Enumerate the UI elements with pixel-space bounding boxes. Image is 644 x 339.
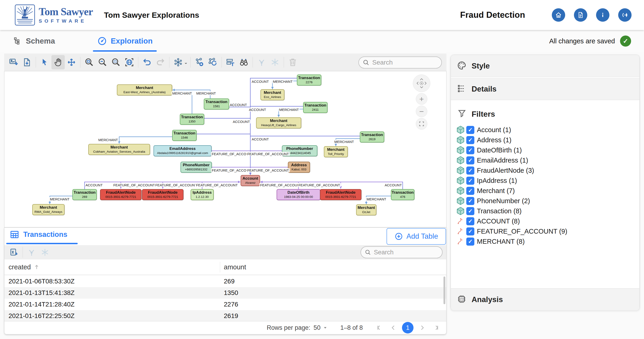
junction-tool-button-disabled[interactable] (255, 55, 268, 69)
move-tool-button[interactable] (65, 55, 78, 69)
select-tool-button[interactable] (38, 55, 52, 69)
table-row[interactable]: 2021-01-06T08:53:30Z269 (4, 276, 446, 287)
table-junction-button-disabled[interactable] (25, 246, 38, 258)
export-file-button[interactable] (20, 55, 34, 69)
filter-row-merchant[interactable]: ✓MERCHANT (8) (451, 236, 640, 246)
filter-checkbox-ipaddress[interactable]: ✓ (466, 177, 474, 185)
label-options-button[interactable] (224, 55, 237, 69)
style-section-header[interactable]: Style (451, 55, 640, 77)
fit-in-window-button[interactable] (122, 55, 136, 69)
filter-checkbox-fraudalertnode[interactable]: ✓ (466, 167, 474, 175)
previous-page-button[interactable] (388, 322, 399, 333)
graph-node-dob[interactable]: DateOfBirth1983-04-25 00:00:00 (276, 189, 320, 200)
tab-schema[interactable]: Schema (7, 30, 61, 52)
graph-node-ip[interactable]: IpAddress1.2.12.30 (190, 189, 214, 200)
graph-node-t1546[interactable]: Transaction1546 (172, 130, 196, 141)
graph-node-address[interactable]: AddressKabul, 003 (288, 162, 310, 173)
current-page-button[interactable]: 1 (402, 322, 414, 333)
filter-checkbox-phonenumber[interactable]: ✓ (466, 197, 474, 205)
graph-node-t2619[interactable]: Transaction2619 (360, 131, 384, 143)
undo-button[interactable] (140, 55, 154, 69)
analysis-section-header[interactable]: 1010 0110 Analysis (451, 288, 640, 310)
layout-button[interactable] (172, 55, 185, 69)
column-header-created[interactable]: created (4, 263, 220, 271)
filter-row-fraudalertnode[interactable]: ✓FraudAlertNode (3) (451, 165, 640, 175)
sign-out-button[interactable] (618, 8, 632, 22)
add-table-button[interactable]: Add Table (386, 228, 446, 245)
graph-node-eco[interactable]: MerchantEco_Airlines (260, 89, 284, 100)
filter-checkbox-merchant[interactable]: ✓ (466, 237, 474, 246)
filter-row-account[interactable]: ✓ACCOUNT (8) (451, 216, 640, 226)
graph-node-fraud2[interactable]: FraudAlertNode0015-3931-6279-7721 (142, 189, 184, 200)
export-image-button[interactable] (7, 55, 20, 69)
filter-checkbox-account[interactable]: ✓ (466, 126, 474, 134)
pan-tool-button[interactable] (52, 55, 65, 69)
graph-node-t269[interactable]: Transaction269 (72, 189, 97, 200)
home-button[interactable] (552, 8, 565, 22)
filter-row-feature_of_account[interactable]: ✓FEATURE_OF_ACCOUNT (9) (451, 226, 640, 236)
graph-node-t2411[interactable]: Transaction2411 (303, 102, 328, 113)
graph-edge[interactable] (119, 137, 172, 143)
report-button[interactable] (574, 8, 587, 22)
graph-node-email[interactable]: EmailAddressAbdala10995116281910@gmail.c… (154, 145, 212, 156)
graph-node-t1581[interactable]: Transaction1581 (204, 99, 229, 110)
find-button[interactable] (237, 55, 250, 69)
tab-transactions[interactable]: Transactions (10, 229, 67, 240)
graph-node-eastwest[interactable]: MerchantEast-West_Airlines_(Australia) (117, 84, 172, 96)
table-search-input[interactable]: Search (360, 246, 442, 258)
delete-button-disabled[interactable] (286, 55, 300, 69)
graph-node-phone669[interactable]: PhoneNumber+669339581332 (180, 162, 212, 173)
table-row[interactable]: 2021-01-13T15:41:38Z1350 (4, 287, 446, 299)
tab-exploration[interactable]: Exploration (91, 30, 159, 52)
filter-checkbox-transaction[interactable]: ✓ (466, 207, 474, 215)
graph-node-cobham[interactable]: MerchantCobham_Aviation_Services_Austral… (88, 144, 150, 155)
next-page-button[interactable] (417, 322, 427, 333)
canvas-pan-pad[interactable] (413, 75, 430, 92)
graph-node-fraud1[interactable]: FraudAlertNode0015-3931-6279-7721 (100, 189, 142, 200)
filter-checkbox-emailaddress[interactable]: ✓ (466, 156, 474, 164)
graph-node-t2276[interactable]: Transaction2276 (297, 75, 321, 86)
filters-section-header[interactable]: Filters (451, 107, 495, 121)
last-page-button[interactable] (430, 322, 441, 333)
layout-dropdown-chevron[interactable]: ⌄ (184, 60, 188, 65)
info-button[interactable] (596, 8, 610, 22)
filter-row-phonenumber[interactable]: ✓PhoneNumber (2) (451, 196, 640, 206)
graph-node-t1350[interactable]: Transaction1350 (180, 114, 204, 125)
graph-node-heavylift[interactable]: MerchantHeavyLift_Cargo_Airlines (256, 117, 301, 128)
graph-node-account[interactable]: AccountAlvarez (241, 175, 260, 186)
details-section-header[interactable]: Details (451, 78, 640, 100)
first-page-button[interactable] (374, 322, 385, 333)
column-header-amount[interactable]: amount (220, 263, 246, 271)
zoom-out-nav-button[interactable]: − (416, 106, 427, 117)
filter-row-emailaddress[interactable]: ✓EmailAddress (1) (451, 155, 640, 165)
expand-node-button[interactable] (193, 55, 206, 69)
zoom-selection-button[interactable] (109, 55, 122, 69)
filter-checkbox-address[interactable]: ✓ (466, 136, 474, 144)
graph-node-ozjet[interactable]: MerchantOzJet (356, 204, 376, 215)
filter-row-transaction[interactable]: ✓Transaction (8) (451, 206, 640, 216)
filter-checkbox-merchant[interactable]: ✓ (466, 187, 474, 195)
redo-button[interactable] (154, 55, 167, 69)
graph-node-t476[interactable]: Transaction476 (391, 189, 414, 200)
filter-checkbox-feature_of_account[interactable]: ✓ (466, 227, 474, 235)
zoom-in-button[interactable]: + (416, 93, 427, 105)
zoom-out-button[interactable] (96, 55, 109, 69)
fit-to-screen-button[interactable] (416, 118, 427, 130)
table-row[interactable]: 2021-01-16T22:25:50Z2619 (4, 310, 446, 322)
graph-search-input[interactable]: Search (358, 57, 442, 69)
filter-row-merchant[interactable]: ✓Merchant (7) (451, 186, 640, 196)
filter-checkbox-dateofbirth[interactable]: ✓ (466, 146, 474, 154)
rows-per-page-select[interactable]: 50 (314, 324, 328, 331)
graph-node-toll[interactable]: MerchantToll_Priority (324, 146, 348, 157)
table-spline-button-disabled[interactable] (38, 246, 52, 258)
filter-row-dateofbirth[interactable]: ✓DateOfBirth (1) (451, 145, 640, 155)
filter-checkbox-account[interactable]: ✓ (466, 217, 474, 225)
graph-node-rma[interactable]: MerchantRMA_Gold_Airways (32, 204, 64, 215)
filter-row-account[interactable]: ✓Account (1) (451, 125, 640, 135)
spline-tool-button-disabled[interactable] (268, 55, 282, 69)
table-scrollbar[interactable] (444, 276, 445, 304)
refresh-connections-button[interactable] (206, 55, 220, 69)
export-excel-button[interactable] (7, 246, 20, 258)
zoom-rect-button[interactable] (82, 55, 96, 69)
filter-row-address[interactable]: ✓Address (1) (451, 135, 640, 145)
